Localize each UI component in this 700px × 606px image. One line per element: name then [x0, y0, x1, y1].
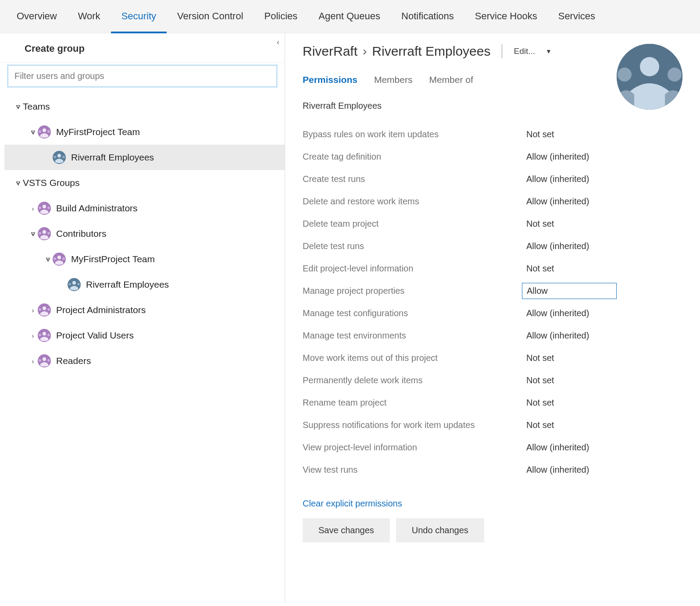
- chevron-down-icon: ⛛: [13, 179, 23, 187]
- permission-row: Manage test environmentsAllow (inherited…: [303, 324, 682, 347]
- top-tab-agent-queues[interactable]: Agent Queues: [308, 0, 391, 33]
- left-panel: ‹ Create group ⛛ Teams ⛛ MyFirstProject …: [0, 33, 285, 603]
- permission-label: Bypass rules on work item updates: [303, 129, 522, 139]
- chevron-right-icon: ›: [28, 357, 38, 365]
- caret-down-icon: ▼: [546, 48, 552, 55]
- permission-label: Permanently delete work items: [303, 375, 522, 385]
- tree-item-contributors[interactable]: ⛛ Contributors: [4, 221, 285, 246]
- permission-label: Suppress notifications for work item upd…: [303, 420, 522, 430]
- permission-value-select[interactable]: Not set: [522, 350, 558, 366]
- tab-members[interactable]: Members: [374, 75, 413, 85]
- permission-value-select[interactable]: Not set: [522, 373, 558, 388]
- permission-value-select[interactable]: Allow (inherited): [522, 149, 593, 164]
- vsts-groups-section[interactable]: ⛛ VSTS Groups: [4, 170, 285, 196]
- group-icon: [38, 329, 51, 342]
- tree-item-myfirstproject[interactable]: ⛛ MyFirstProject Team: [4, 119, 285, 145]
- chevron-down-icon: ⛛: [43, 256, 53, 263]
- permission-value-select[interactable]: Allow (inherited): [522, 194, 593, 209]
- top-tab-overview[interactable]: Overview: [6, 0, 68, 33]
- top-tab-service-hooks[interactable]: Service Hooks: [464, 0, 548, 33]
- permission-row: Rename team projectNot set: [303, 392, 682, 414]
- group-avatar: [617, 44, 682, 110]
- breadcrumb-root[interactable]: RiverRaft: [303, 44, 357, 59]
- save-changes-button[interactable]: Save changes: [303, 518, 390, 542]
- tree-item-riverraft-employees-2[interactable]: • Riverraft Employees: [4, 272, 285, 297]
- chevron-down-icon: ⛛: [28, 230, 38, 238]
- permission-value-select[interactable]: Not set: [522, 127, 558, 142]
- tree-item-riverraft-employees-selected[interactable]: • Riverraft Employees: [4, 145, 285, 170]
- group-icon: [53, 151, 66, 164]
- breadcrumb-separator-icon: ›: [363, 44, 367, 58]
- section-label: VSTS Groups: [23, 178, 80, 188]
- permission-row: Create test runsAllow (inherited): [303, 168, 682, 190]
- teams-section[interactable]: ⛛ Teams: [4, 94, 285, 119]
- top-tab-notifications[interactable]: Notifications: [391, 0, 464, 33]
- permission-row: Delete and restore work itemsAllow (inhe…: [303, 190, 682, 213]
- right-panel: RiverRaft › Riverraft Employees Edit... …: [285, 33, 700, 603]
- permission-value-select[interactable]: Not set: [522, 261, 558, 276]
- group-icon: [38, 202, 51, 215]
- permission-value-select[interactable]: Not set: [522, 216, 558, 232]
- tree-item-label: Build Administrators: [56, 203, 138, 214]
- permission-value-select[interactable]: Not set: [522, 395, 558, 410]
- clear-permissions-link[interactable]: Clear explicit permissions: [303, 499, 682, 509]
- undo-changes-button[interactable]: Undo changes: [396, 518, 484, 542]
- permission-value-select[interactable]: Allow (inherited): [522, 171, 593, 187]
- permission-value-select[interactable]: Allow (inherited): [522, 306, 593, 321]
- chevron-down-icon: ⛛: [28, 128, 38, 136]
- permission-row: Permanently delete work itemsNot set: [303, 369, 682, 392]
- tree-item-label: Riverraft Employees: [71, 152, 154, 163]
- tree-item-project-admins[interactable]: › Project Administrators: [4, 297, 285, 323]
- section-label: Teams: [23, 101, 50, 112]
- group-name-heading: Riverraft Employees: [303, 101, 682, 111]
- permission-row: Suppress notifications for work item upd…: [303, 414, 682, 436]
- permission-row: Delete test runsAllow (inherited): [303, 235, 682, 257]
- permission-label: Edit project-level information: [303, 264, 522, 274]
- permission-row: Delete team projectNot set: [303, 213, 682, 235]
- top-tab-work[interactable]: Work: [68, 0, 111, 33]
- chevron-right-icon: ›: [28, 332, 38, 339]
- group-icon: [53, 253, 66, 266]
- permission-label: Manage test environments: [303, 331, 522, 341]
- create-group-button[interactable]: Create group: [0, 37, 285, 63]
- permission-label: View project-level information: [303, 442, 522, 453]
- tree-item-myfirstproject-2[interactable]: ⛛ MyFirstProject Team: [4, 246, 285, 272]
- tree-item-readers[interactable]: › Readers: [4, 348, 285, 374]
- permission-row: View project-level informationAllow (inh…: [303, 436, 682, 459]
- chevron-right-icon: ›: [28, 205, 38, 212]
- tree-item-label: Readers: [56, 356, 91, 366]
- tree-item-label: Contributors: [56, 228, 106, 239]
- permission-label: Move work items out of this project: [303, 353, 522, 363]
- chevron-down-icon: ⛛: [13, 103, 23, 111]
- permission-label: Rename team project: [303, 398, 522, 408]
- permission-value-select[interactable]: Not set: [522, 417, 558, 433]
- permission-value-select[interactable]: Allow (inherited): [522, 239, 593, 254]
- tab-permissions[interactable]: Permissions: [303, 75, 357, 85]
- tree-item-project-valid-users[interactable]: › Project Valid Users: [4, 323, 285, 348]
- edit-label: Edit...: [514, 46, 535, 56]
- tree-item-label: Project Administrators: [56, 305, 146, 315]
- filter-users-input[interactable]: [8, 65, 277, 87]
- permission-label: Manage project properties: [303, 286, 522, 296]
- tree-item-build-admins[interactable]: › Build Administrators: [4, 196, 285, 221]
- top-tab-security[interactable]: Security: [111, 0, 167, 33]
- permission-label: Delete and restore work items: [303, 196, 522, 207]
- tab-member-of[interactable]: Member of: [429, 75, 473, 85]
- permission-value-select[interactable]: Allow: [522, 283, 617, 299]
- top-tab-policies[interactable]: Policies: [254, 0, 308, 33]
- top-tab-bar: OverviewWorkSecurityVersion ControlPolic…: [0, 0, 700, 33]
- top-tab-services[interactable]: Services: [548, 0, 606, 33]
- permission-value-select[interactable]: Allow (inherited): [522, 440, 593, 455]
- collapse-panel-icon[interactable]: ‹: [277, 38, 279, 47]
- permission-value-select[interactable]: Allow (inherited): [522, 328, 593, 343]
- permission-row: Manage test configurationsAllow (inherit…: [303, 302, 682, 324]
- permission-row: Move work items out of this projectNot s…: [303, 347, 682, 369]
- permission-label: Delete test runs: [303, 241, 522, 251]
- permission-label: Create test runs: [303, 174, 522, 184]
- edit-dropdown[interactable]: Edit... ▼: [514, 46, 551, 56]
- permission-value-select[interactable]: Allow (inherited): [522, 462, 593, 478]
- permission-row: Bypass rules on work item updatesNot set: [303, 123, 682, 146]
- top-tab-version-control[interactable]: Version Control: [167, 0, 254, 33]
- group-icon: [38, 227, 51, 240]
- tree-item-label: Project Valid Users: [56, 330, 134, 341]
